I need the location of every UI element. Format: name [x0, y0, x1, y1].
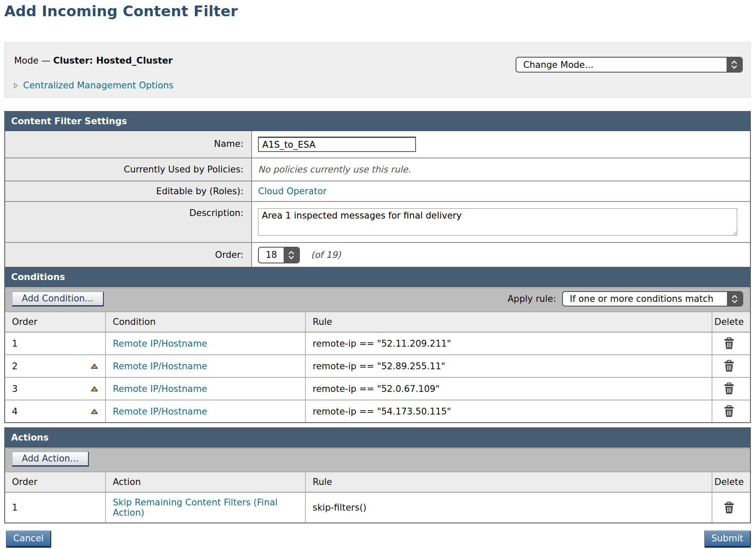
- conditions-panel: Conditions Add Condition... Apply rule: …: [4, 267, 751, 423]
- delete-action-button[interactable]: [724, 502, 734, 514]
- mode-label: Mode —: [14, 55, 50, 66]
- action-rule-text: skip-filters(): [305, 493, 712, 523]
- trash-icon: [724, 502, 734, 514]
- mode-value: Cluster: Hosted_Cluster: [53, 55, 173, 66]
- condition-order-cell: 2: [12, 361, 18, 371]
- policies-row: Currently Used by Policies: No policies …: [5, 158, 750, 181]
- description-textarea[interactable]: Area 1 inspected messages for final deli…: [258, 208, 737, 236]
- description-row: Description: Area 1 inspected messages f…: [5, 201, 750, 242]
- select-stepper-icon: [727, 58, 742, 72]
- conditions-table-header: Order Condition Rule Delete: [5, 312, 750, 333]
- column-header-rule: Rule: [305, 472, 712, 492]
- condition-row: 4 Remote IP/Hostname remote-ip == "54.17…: [5, 400, 750, 422]
- column-header-action: Action: [105, 472, 305, 492]
- submit-button[interactable]: Submit: [704, 531, 751, 548]
- centralized-management-options-label: Centralized Management Options: [23, 80, 173, 91]
- cancel-button[interactable]: Cancel: [6, 531, 51, 548]
- order-label: Order:: [5, 243, 252, 267]
- column-header-delete: Delete: [712, 312, 750, 332]
- name-label: Name:: [5, 131, 252, 158]
- trash-icon: [724, 405, 734, 418]
- description-label: Description:: [5, 202, 252, 242]
- condition-rule-text: remote-ip == "52.11.209.211": [305, 333, 712, 354]
- editable-value-cell: Cloud Operator: [252, 181, 750, 201]
- add-action-button[interactable]: Add Action...: [12, 452, 89, 467]
- action-order-cell: 1: [5, 493, 105, 523]
- column-header-order: Order: [5, 472, 105, 492]
- condition-row: 3 Remote IP/Hostname remote-ip == "52.0.…: [5, 377, 750, 400]
- editable-row: Editable by (Roles): Cloud Operator: [5, 181, 750, 201]
- move-up-icon[interactable]: [91, 386, 98, 392]
- action-row: 1 Skip Remaining Content Filters (Final …: [5, 493, 750, 523]
- trash-icon: [724, 337, 734, 350]
- name-row: Name:: [5, 131, 750, 158]
- trash-icon: [724, 383, 734, 395]
- apply-rule-label: Apply rule:: [507, 294, 556, 304]
- content-filter-settings-header: Content Filter Settings: [5, 112, 750, 131]
- action-link[interactable]: Skip Remaining Content Filters (Final Ac…: [113, 497, 290, 518]
- actions-header: Actions: [5, 428, 750, 447]
- apply-rule-group: Apply rule: If one or more conditions ma…: [507, 291, 743, 307]
- cloud-operator-link[interactable]: Cloud Operator: [258, 186, 327, 196]
- change-mode-select[interactable]: Change Mode...: [516, 57, 743, 73]
- description-value-cell: Area 1 inspected messages for final deli…: [252, 202, 750, 242]
- order-select[interactable]: 18: [258, 247, 300, 263]
- move-up-icon[interactable]: [91, 409, 98, 415]
- condition-rule-text: remote-ip == "52.0.67.109": [305, 378, 712, 400]
- content-filter-settings-panel: Content Filter Settings Name: Currently …: [4, 111, 751, 268]
- delete-condition-button[interactable]: [724, 405, 734, 418]
- condition-link[interactable]: Remote IP/Hostname: [113, 361, 207, 371]
- condition-rule-text: remote-ip == "54.173.50.115": [305, 400, 712, 422]
- condition-link[interactable]: Remote IP/Hostname: [113, 339, 207, 349]
- delete-condition-button[interactable]: [724, 360, 734, 372]
- editable-label: Editable by (Roles):: [5, 181, 252, 201]
- move-up-icon[interactable]: [91, 363, 98, 369]
- change-mode-selected-value: Change Mode...: [516, 58, 727, 72]
- order-total-label: (of 19): [311, 250, 341, 260]
- delete-condition-button[interactable]: [724, 383, 734, 395]
- order-value-cell: 18 (of 19): [252, 243, 750, 267]
- centralized-management-options-link[interactable]: Centralized Management Options: [13, 80, 173, 91]
- trash-icon: [724, 360, 734, 372]
- condition-order-cell: 4: [12, 406, 18, 417]
- disclosure-triangle-icon: [13, 82, 19, 89]
- actions-panel: Actions Add Action... Order Action Rule …: [4, 427, 751, 523]
- condition-rule-text: remote-ip == "52.89.255.11": [305, 355, 712, 377]
- select-stepper-icon: [727, 292, 742, 306]
- apply-rule-select[interactable]: If one or more conditions match: [562, 291, 743, 307]
- condition-row: 1 Remote IP/Hostname remote-ip == "52.11…: [5, 333, 750, 354]
- name-input[interactable]: [258, 137, 416, 152]
- conditions-toolbar: Add Condition... Apply rule: If one or m…: [5, 287, 750, 312]
- column-header-condition: Condition: [105, 312, 305, 332]
- name-value-cell: [252, 131, 750, 158]
- column-header-delete: Delete: [712, 472, 750, 492]
- column-header-order: Order: [5, 312, 105, 332]
- order-selected-value: 18: [259, 248, 284, 263]
- condition-link[interactable]: Remote IP/Hostname: [113, 406, 207, 417]
- add-condition-button[interactable]: Add Condition...: [12, 292, 104, 307]
- policies-value: No policies currently use this rule.: [252, 158, 750, 181]
- condition-link[interactable]: Remote IP/Hostname: [113, 384, 207, 394]
- mode-line: Mode — Cluster: Hosted_Cluster: [14, 55, 173, 66]
- order-row: Order: 18 (of 19): [5, 242, 750, 267]
- actions-toolbar: Add Action...: [5, 447, 750, 472]
- actions-table-header: Order Action Rule Delete: [5, 472, 750, 493]
- mode-panel: Mode — Cluster: Hosted_Cluster Change Mo…: [4, 42, 751, 98]
- condition-order-cell: 3: [12, 384, 18, 394]
- column-header-rule: Rule: [305, 312, 712, 332]
- condition-order-cell: 1: [5, 333, 105, 354]
- apply-rule-selected-value: If one or more conditions match: [563, 292, 727, 306]
- select-stepper-icon: [284, 248, 299, 263]
- page-title: Add Incoming Content Filter: [4, 3, 238, 20]
- condition-row: 2 Remote IP/Hostname remote-ip == "52.89…: [5, 354, 750, 377]
- delete-condition-button[interactable]: [724, 337, 734, 350]
- policies-label: Currently Used by Policies:: [5, 158, 252, 181]
- conditions-header: Conditions: [5, 268, 750, 287]
